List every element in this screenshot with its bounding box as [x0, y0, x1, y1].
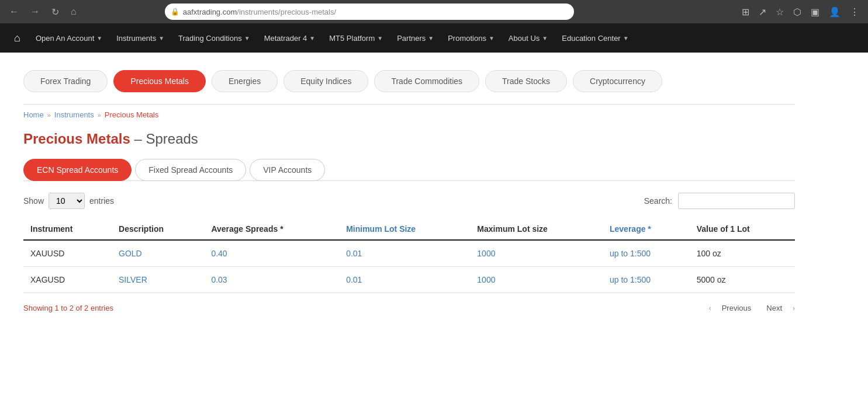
col-instrument: Instrument — [23, 218, 112, 240]
menu-icon[interactable]: ⋮ — [847, 4, 862, 20]
screenshot-icon[interactable]: ⊞ — [739, 4, 752, 20]
nav-partners-label: Partners — [397, 34, 426, 43]
filter-tab-energies[interactable]: Energies — [212, 70, 278, 92]
url-domain: aafxtrading.com — [183, 8, 237, 16]
window-icon[interactable]: ▣ — [808, 4, 822, 20]
col-value-lot: Value of 1 Lot — [690, 218, 795, 240]
table-controls: Show 10 25 50 100 entries Search: — [23, 193, 795, 209]
cell-value-lot: 100 oz — [690, 240, 795, 267]
nav-trading-conditions-label: Trading Conditions — [178, 34, 242, 43]
table-footer: Showing 1 to 2 of 2 entries ‹ Previous N… — [23, 301, 795, 315]
table-row: XAUUSD GOLD 0.40 0.01 1000 up to 1:500 1… — [23, 240, 795, 267]
breadcrumb-sep-1: » — [47, 112, 51, 119]
tab-fixed-spread[interactable]: Fixed Spread Accounts — [135, 159, 246, 181]
nav-instruments-label: Instruments — [116, 34, 156, 43]
breadcrumb-sep-2: » — [98, 112, 101, 119]
tab-vip[interactable]: VIP Accounts — [250, 159, 325, 181]
share-icon[interactable]: ↗ — [756, 4, 769, 20]
table-row: XAGUSD SILVER 0.03 0.01 1000 up to 1:500… — [23, 267, 795, 293]
browser-action-icons: ⊞ ↗ ☆ ⬡ ▣ 👤 ⋮ — [739, 4, 862, 20]
page-title-colored: Precious Metals — [23, 131, 130, 147]
next-button[interactable]: Next — [762, 301, 787, 315]
breadcrumb-home[interactable]: Home — [23, 110, 44, 119]
breadcrumb-current: Precious Metals — [105, 110, 158, 119]
show-label: Show — [23, 196, 44, 206]
filter-tab-precious-metals[interactable]: Precious Metals — [113, 70, 206, 92]
nav-metatrader4[interactable]: Metatrader 4 ▼ — [257, 23, 323, 53]
filter-tab-forex[interactable]: Forex Trading — [23, 70, 108, 92]
nav-mt5-label: MT5 Platform — [329, 34, 375, 43]
nav-partners[interactable]: Partners ▼ — [390, 23, 441, 53]
nav-open-account-chevron: ▼ — [96, 35, 102, 41]
nav-instruments[interactable]: Instruments ▼ — [109, 23, 171, 53]
cell-instrument: XAUUSD — [23, 240, 112, 267]
cell-leverage: up to 1:500 — [603, 267, 690, 293]
home-button[interactable]: ⌂ — [67, 4, 80, 19]
cell-min-lot: 0.01 — [339, 240, 470, 267]
nav-instruments-chevron: ▼ — [158, 35, 164, 41]
prev-chevron: ‹ — [709, 304, 711, 312]
url-path: /instruments/precious-metals/ — [237, 8, 336, 16]
nav-promotions[interactable]: Promotions ▼ — [441, 23, 502, 53]
nav-mt5-chevron: ▼ — [377, 35, 383, 41]
extension-icon[interactable]: ⬡ — [790, 4, 804, 20]
instruments-table: Instrument Description Average Spreads *… — [23, 218, 795, 293]
tab-ecn-spread[interactable]: ECN Spread Accounts — [23, 159, 132, 181]
instrument-filter-tabs: Forex Trading Precious Metals Energies E… — [23, 70, 795, 92]
forward-button[interactable]: → — [27, 4, 43, 19]
search-box: Search: — [644, 193, 795, 209]
col-min-lot: Minimum Lot Size — [339, 218, 470, 240]
main-navigation: ⌂ Open An Account ▼ Instruments ▼ Tradin… — [0, 23, 868, 53]
filter-tab-trade-commodities[interactable]: Trade Commodities — [374, 70, 479, 92]
col-description: Description — [112, 218, 204, 240]
table-header-row: Instrument Description Average Spreads *… — [23, 218, 795, 240]
prev-button[interactable]: Previous — [717, 301, 756, 315]
nav-metatrader4-chevron: ▼ — [309, 35, 315, 41]
page-title-dash: – — [130, 131, 146, 147]
col-max-lot: Maximum Lot size — [470, 218, 603, 240]
search-label: Search: — [644, 196, 672, 206]
nav-metatrader4-label: Metatrader 4 — [264, 34, 307, 43]
cell-description: GOLD — [112, 240, 204, 267]
browser-chrome: ← → ↻ ⌂ 🔒 aafxtrading.com /instruments/p… — [0, 0, 868, 23]
cell-instrument: XAGUSD — [23, 267, 112, 293]
breadcrumb-instruments[interactable]: Instruments — [54, 110, 94, 119]
cell-min-lot: 0.01 — [339, 267, 470, 293]
page-content: Forex Trading Precious Metals Energies E… — [0, 53, 818, 332]
back-button[interactable]: ← — [6, 4, 22, 19]
cell-value-lot: 5000 oz — [690, 267, 795, 293]
cell-leverage: up to 1:500 — [603, 240, 690, 267]
nav-partners-chevron: ▼ — [428, 35, 434, 41]
bookmark-icon[interactable]: ☆ — [773, 4, 787, 20]
entries-label: entries — [89, 196, 114, 206]
cell-avg-spread: 0.40 — [204, 240, 339, 267]
cell-max-lot: 1000 — [470, 267, 603, 293]
nav-trading-conditions[interactable]: Trading Conditions ▼ — [171, 23, 257, 53]
next-chevron: › — [793, 304, 795, 312]
filter-tab-trade-stocks[interactable]: Trade Stocks — [485, 70, 567, 92]
cell-max-lot: 1000 — [470, 240, 603, 267]
nav-about-us[interactable]: About Us ▼ — [502, 23, 555, 53]
nav-open-account[interactable]: Open An Account ▼ — [29, 23, 109, 53]
search-input[interactable] — [678, 193, 795, 209]
account-type-tabs: ECN Spread Accounts Fixed Spread Account… — [23, 159, 795, 181]
filter-tab-equity-indices[interactable]: Equity Indices — [283, 70, 368, 92]
col-avg-spreads: Average Spreads * — [204, 218, 339, 240]
reload-button[interactable]: ↻ — [48, 4, 63, 20]
nav-about-us-label: About Us — [509, 34, 540, 43]
cell-description: SILVER — [112, 267, 204, 293]
entries-select[interactable]: 10 25 50 100 — [49, 193, 85, 209]
profile-icon[interactable]: 👤 — [826, 4, 843, 20]
nav-trading-conditions-chevron: ▼ — [244, 35, 250, 41]
breadcrumb: Home » Instruments » Precious Metals — [23, 104, 795, 119]
nav-home-button[interactable]: ⌂ — [6, 23, 29, 53]
address-bar[interactable]: 🔒 aafxtrading.com /instruments/precious-… — [165, 4, 574, 20]
cell-avg-spread: 0.03 — [204, 267, 339, 293]
nav-education-chevron: ▼ — [623, 35, 629, 41]
nav-mt5-platform[interactable]: MT5 Platform ▼ — [322, 23, 390, 53]
nav-education-center[interactable]: Education Center ▼ — [555, 23, 635, 53]
pagination: ‹ Previous Next › — [709, 301, 795, 315]
filter-tab-cryptocurrency[interactable]: Cryptocurrency — [573, 70, 662, 92]
nav-promotions-label: Promotions — [448, 34, 486, 43]
nav-promotions-chevron: ▼ — [489, 35, 494, 41]
